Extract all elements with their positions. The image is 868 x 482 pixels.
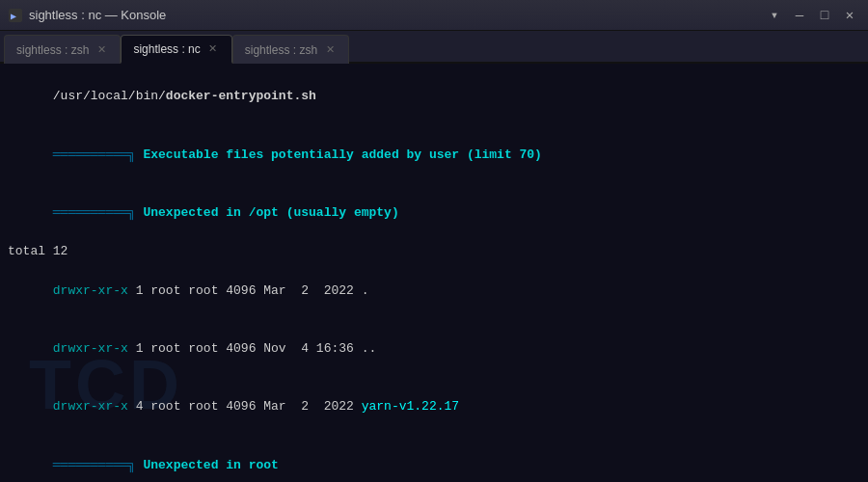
terminal-line: drwxr-xr-x 4 root root 4096 Mar 2 2022 y… (8, 378, 860, 436)
app-icon: ▶ (8, 8, 23, 23)
maximize-button[interactable]: □ (814, 5, 835, 26)
terminal-line: ══════════╗ Unexpected in root (8, 437, 860, 482)
terminal-line: /usr/local/bin/docker-entrypoint.sh (8, 67, 860, 125)
terminal-content: /usr/local/bin/docker-entrypoint.sh ════… (8, 67, 860, 482)
minimize-button[interactable]: — (789, 5, 810, 26)
tab-close-icon[interactable]: ✕ (323, 43, 337, 57)
window-controls[interactable]: ▾ — □ ✕ (764, 5, 860, 26)
close-button[interactable]: ✕ (839, 5, 860, 26)
title-bar: ▶ sightless : nc — Konsole ▾ — □ ✕ (0, 0, 868, 31)
tab-label: sightless : zsh (16, 43, 89, 57)
terminal-line: ══════════╗ Unexpected in /opt (usually … (8, 184, 860, 242)
tab-label: sightless : nc (133, 42, 200, 56)
tab-bar: sightless : zsh ✕ sightless : nc ✕ sight… (0, 31, 868, 64)
svg-text:▶: ▶ (11, 12, 16, 22)
tab-zsh-1[interactable]: sightless : zsh ✕ (4, 35, 121, 64)
menu-button[interactable]: ▾ (764, 5, 785, 26)
tab-close-icon[interactable]: ✕ (95, 43, 108, 57)
tab-zsh-2[interactable]: sightless : zsh ✕ (232, 35, 349, 64)
terminal-line: drwxr-xr-x 1 root root 4096 Mar 2 2022 . (8, 261, 860, 319)
title-bar-left: ▶ sightless : nc — Konsole (8, 8, 166, 23)
tab-close-icon[interactable]: ✕ (206, 42, 220, 56)
terminal-line: drwxr-xr-x 1 root root 4096 Nov 4 16:36 … (8, 320, 860, 378)
terminal-line: total 12 (8, 242, 860, 261)
window-title: sightless : nc — Konsole (29, 8, 166, 22)
tab-label: sightless : zsh (245, 43, 317, 57)
tab-nc[interactable]: sightless : nc ✕ (121, 35, 231, 64)
terminal-area[interactable]: TCD /usr/local/bin/docker-entrypoint.sh … (0, 64, 868, 482)
terminal-line: ══════════╗ Executable files potentially… (8, 125, 860, 183)
